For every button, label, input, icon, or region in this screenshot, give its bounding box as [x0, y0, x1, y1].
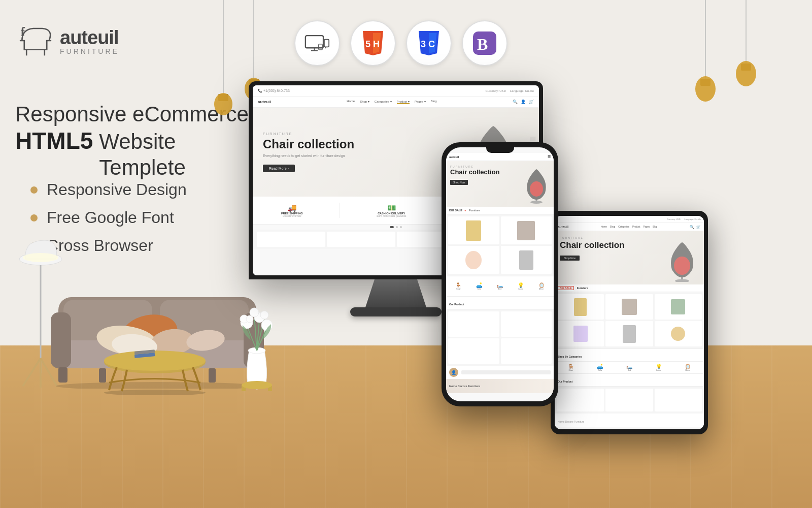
svg-text:3: 3	[421, 39, 426, 49]
svg-rect-52	[51, 312, 71, 368]
phone-mockup: auteuil ☰ FURNITURE Chair collection Sho…	[442, 142, 558, 406]
svg-rect-54	[58, 367, 67, 383]
svg-point-42	[23, 253, 58, 262]
badge-responsive	[294, 20, 340, 66]
svg-text:C: C	[428, 39, 435, 49]
svg-point-65	[104, 351, 206, 371]
logo-area: f auteuil Furniture	[15, 20, 119, 63]
site-cta-button[interactable]: Read More ›	[263, 165, 295, 172]
svg-text:B: B	[477, 35, 488, 53]
headline-line3: Website Templete	[99, 129, 249, 180]
logo-icon: f	[15, 20, 56, 63]
tablet-mockup: Currency: USD Language: En-title auteuil…	[551, 211, 708, 434]
svg-rect-15	[306, 36, 323, 48]
headline-line1: Responsive eCommerce	[15, 102, 249, 127]
svg-point-40	[675, 279, 689, 282]
site-hero-label: FURNITURE	[263, 132, 458, 136]
bullet-icon	[30, 214, 38, 221]
logo-subtitle: Furniture	[60, 47, 119, 55]
svg-rect-18	[324, 40, 329, 47]
svg-text:H: H	[373, 39, 380, 49]
feature-label-font: Free Google Font	[47, 208, 174, 227]
feature-label-responsive: Responsive Design	[47, 180, 187, 199]
svg-point-63	[104, 390, 206, 395]
svg-point-38	[674, 257, 690, 275]
logo-text: auteuil Furniture	[60, 28, 119, 55]
site-hero-title: Chair collection	[263, 138, 458, 151]
badge-css3: 3 C	[406, 20, 452, 66]
svg-point-35	[530, 181, 543, 197]
feature-responsive-design: Responsive Design	[30, 180, 187, 199]
site-hero-desc: Everything needs to get started with fur…	[263, 154, 458, 157]
logo-name: auteuil	[60, 28, 119, 47]
bullet-icon	[30, 186, 38, 194]
svg-text:5: 5	[365, 39, 370, 49]
badge-html5: 5 H	[350, 20, 396, 66]
svg-point-83	[242, 381, 272, 389]
svg-rect-20	[319, 44, 322, 50]
headline-html5: HTML5	[15, 127, 93, 154]
svg-text:f: f	[21, 25, 25, 39]
svg-line-44	[23, 358, 41, 386]
svg-point-37	[530, 201, 543, 204]
headline-section: Responsive eCommerce HTML5 Website Templ…	[15, 102, 249, 180]
coffee-table	[96, 334, 213, 395]
tech-badges-row: 5 H 3 C B	[294, 20, 507, 66]
feature-google-font: Free Google Font	[30, 208, 187, 227]
badge-bootstrap: B	[462, 20, 507, 66]
